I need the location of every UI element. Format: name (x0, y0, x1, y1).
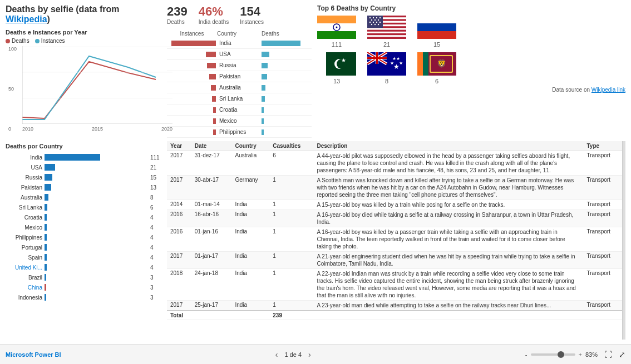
svg-rect-5 (317, 16, 356, 23)
deaths-bar-cell (262, 96, 306, 102)
cell-type: Transport (583, 269, 622, 301)
india-count: 111 (332, 41, 342, 48)
cell-casualties: 1 (269, 200, 313, 210)
stat-deaths-number: 239 (167, 4, 188, 19)
deaths-bar-cell (262, 41, 306, 46)
footer: Microsoft Power BI ‹ 1 de 4 › - + 83% ⛶ … (0, 344, 631, 364)
country-bar-row: Sri Lanka (167, 93, 312, 104)
svg-point-27 (376, 22, 377, 23)
cell-description: A 44-year-old pilot was supposedly elbow… (313, 151, 583, 176)
country-bar-row: India (167, 38, 312, 49)
zoom-slider[interactable] (531, 353, 575, 356)
cell-date: 01-jan-17 (191, 252, 232, 269)
svg-point-31 (378, 24, 379, 25)
cell-description: A 21-year-old engineering student died w… (313, 252, 583, 269)
inst-bar (213, 129, 216, 135)
cell-date: 25-jan-17 (191, 301, 232, 311)
cell-year: 2017 (167, 301, 191, 311)
bar-track (45, 204, 148, 211)
svg-rect-33 (417, 23, 456, 31)
top-countries-title: Top 6 Deaths by Country (317, 4, 625, 12)
line-chart-svg (22, 46, 172, 124)
country-bar-row: Croatia (167, 104, 312, 116)
cell-date: 01-jan-16 (191, 227, 232, 252)
cell-casualties: 1 (269, 176, 313, 200)
flags-grid: 111 (317, 16, 625, 84)
bar-fill (45, 254, 47, 261)
total-row: Total 239 (167, 311, 622, 320)
x-axis-labels: 2010 2015 2020 (22, 126, 172, 132)
cell-country: Australia (231, 151, 269, 176)
bar-row: Russia 15 (6, 173, 161, 182)
stat-instances: 154 Instances (240, 4, 264, 25)
fullscreen-icon[interactable]: ⛶ (604, 350, 612, 359)
bar-fill (45, 184, 51, 191)
cell-country: India (231, 227, 269, 252)
table-row: 2017 25-jan-17 India 1 A 23-year-old man… (167, 301, 622, 311)
inst-bar (212, 96, 216, 102)
bar-row: Mexico 4 (6, 223, 161, 232)
instances-bar-cell (167, 74, 217, 79)
scrollbar[interactable] (622, 141, 625, 340)
country-chart-headers: Instances Country Deaths (167, 31, 312, 37)
bar-label: Portugal (6, 245, 45, 251)
bar-row: Pakistan 13 (6, 183, 161, 192)
cell-year: 2016 (167, 227, 191, 252)
instances-bar-cell (167, 118, 217, 124)
svg-rect-32 (417, 16, 456, 23)
country-name: Pakistan (217, 73, 262, 79)
inst-bar (207, 63, 216, 68)
bar-fill (45, 244, 47, 251)
col-description: Description (313, 141, 583, 151)
bar-track (45, 254, 148, 261)
cell-date: 30-abr-17 (191, 176, 232, 200)
country-bar-row: Mexico (167, 116, 312, 127)
deaths-bar-cell (262, 74, 306, 79)
bar-value: 13 (150, 185, 161, 191)
next-page-button[interactable]: › (306, 350, 313, 359)
bar-row: Indonesia 3 (6, 293, 161, 302)
wikipedia-source-link[interactable]: Wikipedia link (591, 87, 625, 93)
zoom-minus[interactable]: - (525, 351, 528, 358)
bar-track (45, 264, 148, 271)
bar-fill (45, 174, 52, 181)
line-chart-wrapper: 100 50 0 (22, 46, 161, 132)
country-chart: Instances Country Deaths India USA (167, 31, 312, 138)
country-name: Croatia (217, 107, 262, 113)
bar-track (45, 234, 148, 241)
table-row: 2017 31-dez-17 Australia 6 A 44-year-old… (167, 151, 622, 176)
table-row: 2017 01-jan-17 India 1 A 21-year-old eng… (167, 252, 622, 269)
cell-type: Transport (583, 227, 622, 252)
cell-description: A 23-year-old man died while attempting … (313, 301, 583, 311)
bar-track (45, 154, 148, 161)
wikipedia-link[interactable]: Wikipedia (6, 14, 47, 24)
zoom-plus[interactable]: + (579, 351, 582, 358)
country-bar-row: Russia (167, 60, 312, 71)
bar-value: 4 (150, 245, 161, 251)
svg-point-28 (379, 22, 381, 23)
cell-year: 2017 (167, 252, 191, 269)
death-bar (262, 129, 264, 135)
zoom-control: - + 83% (525, 351, 598, 358)
flag-australia: ★ ★★ ★ ★ 8 (367, 52, 406, 84)
instances-bar-cell (167, 63, 217, 68)
bar-label: Philippines (6, 235, 45, 241)
prev-page-button[interactable]: ‹ (273, 350, 280, 359)
country-name: USA (217, 51, 262, 57)
total-value: 239 (269, 311, 313, 320)
country-bar-row: Philippines (167, 127, 312, 138)
bar-track (45, 184, 148, 191)
legend-instances-label: Instances (41, 38, 65, 44)
expand-icon[interactable]: ⤢ (619, 350, 625, 359)
country-bar-row: Australia (167, 82, 312, 93)
legend-deaths-label: Deaths (12, 38, 29, 44)
death-bar (262, 85, 265, 91)
stats-country-section: 239 Deaths 46% India deaths 154 Instance… (167, 4, 312, 138)
svg-point-25 (369, 22, 371, 23)
bar-label: Spain (6, 255, 45, 261)
bar-label: Brazil (6, 275, 45, 281)
table-row: 2016 01-jan-16 India 1 A 16-year-old boy… (167, 227, 622, 252)
powerbi-link[interactable]: Microsoft Power BI (6, 351, 61, 358)
country-name: Sri Lanka (217, 96, 262, 102)
bar-fill (45, 204, 47, 211)
